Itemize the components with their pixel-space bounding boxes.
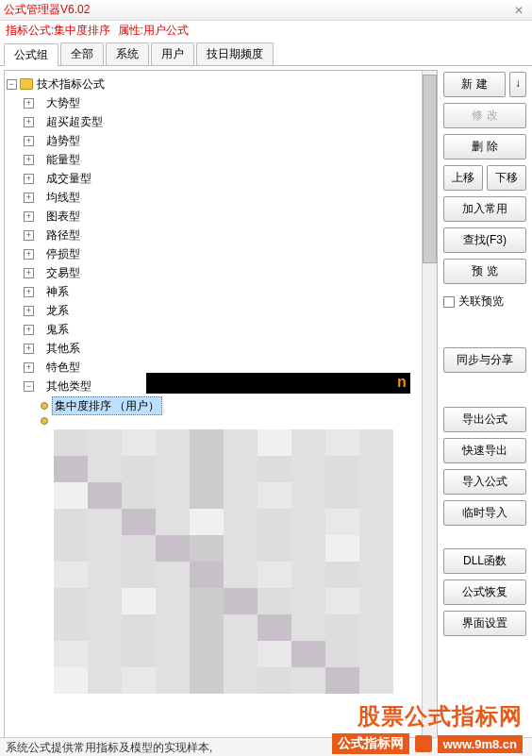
tree-group-label: 能量型 bbox=[46, 151, 80, 168]
tree-group-label: 大势型 bbox=[46, 94, 80, 111]
restore-button[interactable]: 公式恢复 bbox=[443, 580, 526, 605]
tree-group-label: 成交量型 bbox=[46, 170, 91, 187]
export-button[interactable]: 导出公式 bbox=[443, 407, 526, 432]
title-bar: 公式管理器V6.02 ✕ bbox=[0, 0, 532, 21]
vertical-scrollbar[interactable] bbox=[422, 71, 437, 739]
tree-group-label: 超买超卖型 bbox=[46, 113, 103, 130]
tab-all[interactable]: 全部 bbox=[60, 42, 104, 65]
tree-group[interactable]: +成交量型 bbox=[7, 169, 435, 188]
watermark-footer: 公式指标网 www.9m8.cn bbox=[332, 733, 523, 754]
scrollbar-thumb[interactable] bbox=[423, 75, 437, 263]
status-text: 系统公式提供常用指标及模型的实现样本, bbox=[6, 741, 212, 754]
tree-group[interactable]: +龙系 bbox=[7, 301, 435, 320]
tree-item-selected[interactable]: 集中度排序 （用户） bbox=[7, 395, 435, 416]
tree-group[interactable]: +停损型 bbox=[7, 244, 435, 263]
tree-group-label: 停损型 bbox=[46, 245, 80, 262]
tree-group[interactable]: +趋势型 bbox=[7, 131, 435, 150]
window-title: 公式管理器V6.02 bbox=[4, 2, 90, 18]
tab-datefreq[interactable]: 技日期频度 bbox=[196, 42, 274, 65]
redaction-bar bbox=[146, 373, 410, 394]
side-panel: 新 建 ↓ 修 改 删 除 上移 下移 加入常用 查找(F3) 预 览 关联预览… bbox=[438, 66, 532, 744]
tree-group[interactable]: +交易型 bbox=[7, 263, 435, 282]
formula-icon bbox=[41, 402, 48, 410]
expand-icon[interactable]: + bbox=[24, 362, 34, 373]
moveup-button[interactable]: 上移 bbox=[443, 165, 483, 191]
checkbox-label: 关联预览 bbox=[458, 294, 504, 310]
tree-root[interactable]: − 技术指标公式 bbox=[7, 75, 435, 93]
tree-group[interactable]: +神系 bbox=[7, 282, 435, 301]
info-bar: 指标公式:集中度排序 属性:用户公式 bbox=[0, 21, 532, 41]
dll-func-button[interactable]: DLL函数 bbox=[443, 548, 526, 574]
expand-icon[interactable]: + bbox=[24, 306, 34, 316]
new-dropdown-button[interactable]: ↓ bbox=[509, 72, 526, 97]
expand-icon[interactable]: + bbox=[24, 117, 34, 127]
expand-icon[interactable]: + bbox=[24, 325, 34, 335]
redacted-area bbox=[54, 429, 393, 694]
folder-icon bbox=[20, 78, 33, 90]
tree-panel: − 技术指标公式 +大势型 +超买超卖型 +趋势型 +能量型 +成交量型 +均线… bbox=[4, 70, 438, 740]
tree-group[interactable]: +图表型 bbox=[7, 207, 435, 226]
tree-group-label: 其他系 bbox=[46, 340, 80, 357]
delete-button[interactable]: 删 除 bbox=[443, 134, 526, 160]
tab-group[interactable]: 公式组 bbox=[4, 43, 58, 66]
expand-icon[interactable]: + bbox=[24, 211, 34, 222]
fast-export-button[interactable]: 快速导出 bbox=[443, 438, 526, 463]
collapse-icon[interactable]: − bbox=[7, 79, 17, 90]
expand-icon[interactable]: + bbox=[24, 193, 34, 203]
sync-share-button[interactable]: 同步与分享 bbox=[443, 347, 526, 373]
close-icon[interactable]: ✕ bbox=[509, 2, 528, 19]
preview-button[interactable]: 预 览 bbox=[443, 259, 526, 284]
expand-icon[interactable]: + bbox=[24, 136, 34, 146]
ui-settings-button[interactable]: 界面设置 bbox=[443, 611, 526, 636]
tree-group[interactable]: +路径型 bbox=[7, 226, 435, 244]
tree-group[interactable]: +鬼系 bbox=[7, 320, 435, 339]
expand-icon[interactable]: + bbox=[24, 230, 34, 241]
tree-item[interactable] bbox=[7, 416, 435, 426]
main-area: − 技术指标公式 +大势型 +超买超卖型 +趋势型 +能量型 +成交量型 +均线… bbox=[0, 66, 532, 744]
movedown-button[interactable]: 下移 bbox=[487, 165, 526, 191]
tree-group[interactable]: +超买超卖型 bbox=[7, 112, 435, 131]
tree-group-label: 均线型 bbox=[46, 189, 80, 206]
expand-icon[interactable]: + bbox=[24, 287, 34, 297]
tree-group-label: 交易型 bbox=[46, 264, 80, 281]
new-button[interactable]: 新 建 bbox=[443, 72, 506, 97]
tree-root-label: 技术指标公式 bbox=[37, 76, 105, 92]
tree-group-label: 神系 bbox=[46, 283, 69, 300]
import-button[interactable]: 导入公式 bbox=[443, 469, 526, 495]
temp-import-button[interactable]: 临时导入 bbox=[443, 500, 526, 526]
tree-group-label: 龙系 bbox=[46, 302, 69, 319]
expand-icon[interactable]: + bbox=[24, 344, 34, 354]
expand-icon[interactable]: + bbox=[24, 174, 34, 184]
tree-group-label: 其他类型 bbox=[46, 378, 91, 395]
tree-group-label: 鬼系 bbox=[46, 321, 69, 338]
find-button[interactable]: 查找(F3) bbox=[443, 227, 526, 253]
collapse-icon[interactable]: − bbox=[24, 381, 34, 392]
link-preview-checkbox[interactable]: 关联预览 bbox=[443, 294, 526, 310]
expand-icon[interactable]: + bbox=[24, 98, 34, 109]
tab-user[interactable]: 用户 bbox=[151, 42, 194, 65]
tree-group-label: 路径型 bbox=[46, 227, 80, 244]
tree-group-label: 趋势型 bbox=[46, 132, 80, 149]
tree-group[interactable]: +大势型 bbox=[7, 93, 435, 112]
tab-system[interactable]: 系统 bbox=[106, 42, 149, 65]
tree-item-label: 集中度排序 （用户） bbox=[52, 396, 162, 415]
tree-group[interactable]: +其他系 bbox=[7, 339, 435, 358]
tab-bar: 公式组 全部 系统 用户 技日期频度 bbox=[0, 42, 532, 66]
expand-icon[interactable]: + bbox=[24, 249, 34, 260]
watermark-icon bbox=[415, 735, 432, 752]
add-favorite-button[interactable]: 加入常用 bbox=[443, 196, 526, 222]
modify-button[interactable]: 修 改 bbox=[443, 103, 526, 128]
checkbox-icon bbox=[443, 296, 455, 308]
info-formula-name: 集中度排序 bbox=[54, 24, 110, 37]
tree-group[interactable]: +能量型 bbox=[7, 150, 435, 169]
formula-icon bbox=[41, 417, 48, 425]
watermark-subtitle: 公式指标网 bbox=[332, 733, 409, 754]
tree-group-label: 特色型 bbox=[46, 359, 80, 376]
expand-icon[interactable]: + bbox=[24, 268, 34, 278]
expand-icon[interactable]: + bbox=[24, 155, 34, 165]
watermark-url: www.9m8.cn bbox=[438, 735, 523, 753]
watermark-title: 股票公式指标网 bbox=[357, 701, 523, 731]
info-label-formula: 指标公式: bbox=[6, 24, 54, 37]
tree-group[interactable]: +均线型 bbox=[7, 188, 435, 207]
partial-text: n bbox=[397, 374, 407, 391]
